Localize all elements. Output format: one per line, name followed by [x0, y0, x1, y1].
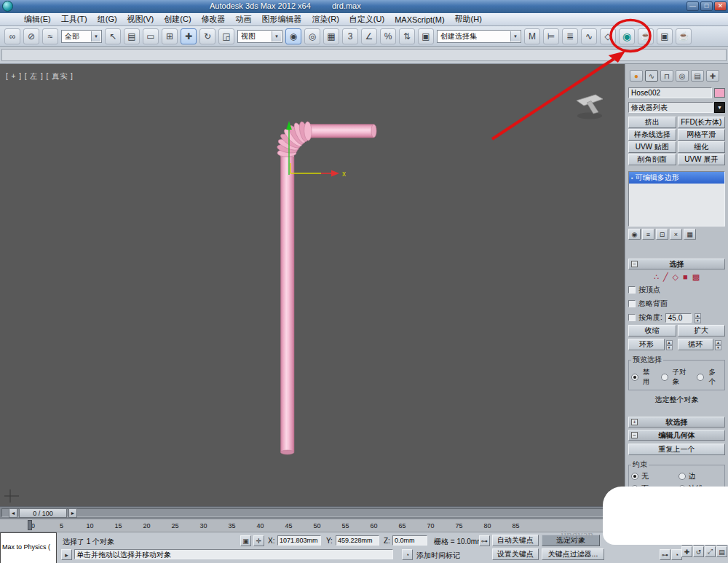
next-frame-button[interactable]: ►: [68, 508, 77, 518]
material-editor-icon[interactable]: ◉: [619, 28, 635, 44]
angle-value-field[interactable]: 45.0: [665, 313, 692, 323]
named-selection-sets-icon[interactable]: ▣: [418, 28, 434, 44]
angle-snap-icon[interactable]: ∠: [361, 28, 377, 44]
chevron-down-icon[interactable]: ▼: [714, 102, 725, 113]
orbit-icon[interactable]: ↺: [693, 546, 704, 557]
menu-item[interactable]: 自定义(U): [344, 14, 389, 25]
border-subobject-icon[interactable]: ◇: [673, 272, 678, 281]
modifier-stack[interactable]: ▪ 可编辑多边形: [628, 171, 725, 227]
snap-toggle-3d-icon[interactable]: 3: [342, 28, 358, 44]
previous-frame-button[interactable]: ◄: [9, 508, 17, 518]
preview-subobject-radio[interactable]: [661, 374, 668, 381]
reference-coordinate-dropdown[interactable]: 视图▼: [237, 30, 282, 43]
modifier-button-0[interactable]: 挤出: [628, 117, 676, 128]
select-object-icon[interactable]: ↖: [105, 28, 121, 44]
auto-key-button[interactable]: 自动关键点: [492, 535, 539, 546]
rollout-selection[interactable]: − 选择: [628, 259, 725, 269]
window-crossing-icon[interactable]: ⊞: [162, 28, 178, 44]
menu-item[interactable]: 动画: [231, 14, 257, 25]
modifier-button-3[interactable]: 网格平滑: [678, 129, 726, 141]
select-and-link-icon[interactable]: ∞: [4, 28, 20, 44]
y-coordinate-field[interactable]: 459.228mm: [336, 535, 379, 546]
pin-stack-icon[interactable]: ◉: [628, 229, 641, 240]
select-and-manipulate-icon[interactable]: ◎: [304, 28, 320, 44]
collapse-icon[interactable]: −: [631, 432, 638, 438]
select-and-scale-icon[interactable]: ◲: [218, 28, 234, 44]
viewport-label[interactable]: [ + ] [ 左 ] [ 真实 ]: [6, 71, 74, 82]
viewcube-widget[interactable]: [577, 95, 603, 119]
selection-filter-dropdown[interactable]: 全部▼: [61, 30, 102, 43]
motion-tab-icon[interactable]: ◎: [676, 70, 689, 82]
angle-spinner[interactable]: ▲▼: [695, 313, 701, 323]
menu-item[interactable]: 工具(T): [56, 14, 92, 25]
by-vertex-checkbox[interactable]: [628, 286, 636, 294]
viewport[interactable]: [ + ] [ 左 ] [ 真实 ]: [0, 64, 625, 506]
set-key-button[interactable]: 设置关键点: [492, 548, 539, 560]
field-of-view-icon[interactable]: ▤: [716, 546, 727, 557]
x-coordinate-field[interactable]: 1071.803mm: [277, 535, 321, 546]
modifier-button-1[interactable]: FFD(长方体): [678, 117, 726, 128]
key-mode-toggle-icon[interactable]: ⊶: [660, 549, 670, 560]
layer-manager-icon[interactable]: ≣: [562, 28, 578, 44]
hierarchy-tab-icon[interactable]: ⊓: [660, 70, 673, 82]
menu-item[interactable]: MAXScript(M): [389, 15, 449, 24]
named-selection-dropdown[interactable]: 创建选择集▼: [437, 30, 521, 43]
z-coordinate-field[interactable]: 0.0mm: [392, 535, 427, 546]
render-setup-icon[interactable]: ☕: [638, 28, 654, 44]
rollout-edit-geometry[interactable]: − 编辑几何体: [628, 430, 725, 441]
menu-item[interactable]: 组(G): [92, 14, 122, 25]
select-and-rotate-icon[interactable]: ↻: [199, 28, 215, 44]
remove-modifier-icon[interactable]: ×: [670, 229, 682, 240]
menu-item[interactable]: 渲染(R): [307, 14, 344, 25]
keyboard-override-icon[interactable]: ▦: [323, 28, 339, 44]
maximize-button[interactable]: □: [700, 1, 713, 11]
rendered-frame-icon[interactable]: ▣: [657, 28, 673, 44]
current-frame-marker[interactable]: [28, 520, 32, 530]
expand-icon[interactable]: +: [631, 419, 638, 425]
time-slider-handle[interactable]: 0 / 100: [19, 508, 67, 518]
preview-multi-radio[interactable]: [697, 374, 704, 381]
element-subobject-icon[interactable]: ▩: [692, 272, 700, 281]
render-production-icon[interactable]: ☕: [676, 28, 692, 44]
make-unique-icon[interactable]: ⊡: [656, 229, 668, 240]
chevron-down-icon[interactable]: ▼: [510, 31, 520, 42]
ribbon-inner-field[interactable]: [1, 49, 727, 61]
modify-tab-icon[interactable]: ∿: [645, 70, 658, 82]
modifier-button-2[interactable]: 样条线选择: [628, 129, 676, 141]
chevron-down-icon[interactable]: ▼: [272, 31, 281, 42]
track-bar[interactable]: 0510152025303540455055606570758085: [0, 519, 625, 532]
object-name-field[interactable]: Hose002: [628, 87, 712, 98]
close-button[interactable]: ✕: [714, 1, 727, 11]
menu-item[interactable]: 编辑(E): [19, 14, 56, 25]
modifier-button-4[interactable]: UVW 贴图: [628, 141, 676, 153]
set-keys-icon[interactable]: ⊶: [479, 535, 490, 546]
modifier-button-5[interactable]: 细化: [678, 141, 726, 153]
viewport-canvas[interactable]: x: [0, 64, 625, 506]
configure-modifier-sets-icon[interactable]: ▦: [684, 229, 696, 240]
preview-disable-radio[interactable]: [631, 374, 638, 381]
minimize-button[interactable]: —: [687, 1, 699, 11]
rollout-soft-selection[interactable]: + 软选择: [628, 417, 725, 428]
maxscript-mini-listener[interactable]: Max to Physics (: [0, 532, 57, 563]
absolute-mode-icon[interactable]: ✛: [253, 535, 264, 546]
add-time-tag[interactable]: 添加时间标记: [416, 551, 460, 561]
unlink-selection-icon[interactable]: ⊘: [23, 28, 39, 44]
by-angle-checkbox[interactable]: [628, 314, 636, 321]
prompt-mode-icon[interactable]: ▸: [61, 549, 72, 560]
rectangular-selection-region-icon[interactable]: ▭: [143, 28, 159, 44]
menu-item[interactable]: 创建(C): [159, 14, 196, 25]
menu-item[interactable]: 视图(V): [122, 14, 159, 25]
schematic-view-icon[interactable]: ◇: [600, 28, 616, 44]
grow-button[interactable]: 扩大: [678, 325, 726, 336]
collapse-icon[interactable]: −: [631, 261, 638, 267]
ignore-backfacing-checkbox[interactable]: [628, 300, 636, 307]
bind-to-space-warp-icon[interactable]: ≈: [42, 28, 58, 44]
shrink-button[interactable]: 收缩: [628, 325, 676, 336]
ring-button[interactable]: 环形: [628, 339, 665, 350]
loop-spinner[interactable]: ▲▼: [715, 340, 721, 350]
utilities-tab-icon[interactable]: ✚: [706, 70, 719, 82]
loop-button[interactable]: 循环: [678, 339, 714, 350]
pan-icon[interactable]: ✚: [681, 546, 692, 557]
selection-lock-icon[interactable]: ▣: [240, 535, 251, 546]
modifier-button-7[interactable]: UVW 展开: [678, 154, 726, 165]
